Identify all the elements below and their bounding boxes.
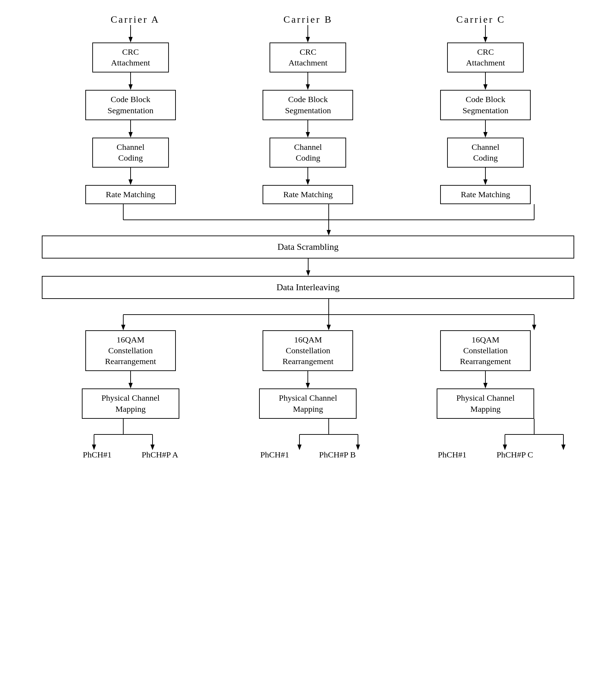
svg-marker-41 [128,383,133,388]
svg-marker-5 [483,37,488,43]
bottom-label-a-group: PhCH#1 PhCH#P A [68,450,193,460]
arrow-a-initial [127,25,134,43]
datainterleaving-box: Data Interleaving [42,276,574,299]
svg-marker-19 [128,179,133,185]
initial-arrows [21,25,595,43]
physicalchannel-b-box: Physical ChannelMapping [259,388,357,418]
arrows-after-codeblock [21,120,595,138]
svg-marker-11 [483,84,488,90]
codeblock-c-box: Code BlockSegmentation [440,90,531,120]
crc-a-box: CRCAttachment [92,43,169,72]
arrow-c-initial [482,25,489,43]
carrier-a-label: Carrier A [65,14,205,25]
qam-b-box: 16QAMConstellationRearrangement [263,330,353,371]
channelcoding-row: ChannelCoding ChannelCoding ChannelCodin… [21,138,595,168]
arrow-a-1 [127,72,134,90]
crc-b-box: CRCAttachment [270,43,346,72]
carrier-labels-row: Carrier A Carrier B Carrier C [21,14,595,25]
arrow-b-2 [304,120,311,138]
merge-arrow-section [21,204,595,236]
split-arrow-section [21,299,595,330]
svg-marker-1 [128,37,133,43]
bottom-labels-row: PhCH#1 PhCH#P A PhCH#1 PhCH#P B PhCH#1 P… [21,450,595,460]
svg-marker-9 [306,84,310,90]
phch-b-right: PhCH#P B [319,450,356,460]
svg-marker-43 [306,383,310,388]
physicalchannel-a-box: Physical ChannelMapping [82,388,179,418]
svg-marker-23 [483,179,488,185]
svg-marker-37 [327,325,331,330]
svg-marker-35 [121,325,125,330]
arrow-b-3 [304,168,311,185]
bottom-label-c-group: PhCH#1 PhCH#P C [423,450,548,460]
bottom-label-b-group: PhCH#1 PhCH#P B [245,450,371,460]
arrow-c-4 [482,371,489,388]
datascrambling-box: Data Scrambling [42,236,574,259]
arrow-a-4 [127,371,134,388]
phch-b-left: PhCH#1 [260,450,289,460]
arrows-after-qam [21,371,595,388]
physicalchannel-row: Physical ChannelMapping Physical Channel… [21,388,595,418]
phch-c-left: PhCH#1 [438,450,467,460]
svg-marker-55 [297,445,302,450]
qam-c-box: 16QAMConstellationRearrangement [440,330,531,371]
svg-marker-61 [503,445,507,450]
channelcoding-b-box: ChannelCoding [270,138,346,168]
svg-marker-49 [92,445,96,450]
crc-c-box: CRCAttachment [447,43,524,72]
split-arrows-svg [21,299,616,330]
datascrambling-row: Data Scrambling [21,236,595,259]
phch-split-section [21,419,595,450]
arrow-after-scrambling [21,259,595,276]
svg-marker-17 [483,132,488,138]
phch-split-svg [21,419,616,450]
svg-marker-39 [532,325,536,330]
svg-marker-7 [128,84,133,90]
diagram: Carrier A Carrier B Carrier C CRCAttachm… [0,0,616,694]
arrow-a-3 [127,168,134,185]
ratematching-a-box: Rate Matching [85,185,176,204]
crc-row: CRCAttachment CRCAttachment CRCAttachmen… [21,43,595,72]
carrier-b-label: Carrier B [238,14,377,25]
svg-marker-3 [306,37,310,43]
arrow-b-initial [304,25,311,43]
codeblock-row: Code BlockSegmentation Code BlockSegment… [21,90,595,120]
qam-row: 16QAMConstellationRearrangement 16QAMCon… [21,330,595,371]
svg-marker-29 [327,230,331,236]
datainterleaving-row: Data Interleaving [21,276,595,299]
phch-a-left: PhCH#1 [83,450,112,460]
arrow-c-2 [482,120,489,138]
svg-marker-45 [483,383,488,388]
arrow-b-1 [304,72,311,90]
svg-marker-57 [356,445,360,450]
physicalchannel-c-box: Physical ChannelMapping [437,388,534,418]
channelcoding-c-box: ChannelCoding [447,138,524,168]
ratematching-row: Rate Matching Rate Matching Rate Matchin… [21,185,595,204]
codeblock-b-box: Code BlockSegmentation [263,90,353,120]
svg-marker-21 [306,179,310,185]
merge-arrows-svg [21,204,616,236]
codeblock-a-box: Code BlockSegmentation [85,90,176,120]
ratematching-b-box: Rate Matching [263,185,353,204]
svg-marker-63 [561,445,566,450]
carrier-c-label: Carrier C [411,14,551,25]
arrow-c-3 [482,168,489,185]
channelcoding-a-box: ChannelCoding [92,138,169,168]
arrows-after-channelcoding [21,168,595,185]
phch-c-right: PhCH#P C [497,450,533,460]
arrow-b-4 [304,371,311,388]
phch-a-right: PhCH#P A [142,450,178,460]
arrows-after-crc [21,72,595,90]
svg-marker-13 [128,132,133,138]
ratematching-c-box: Rate Matching [440,185,531,204]
svg-marker-31 [306,270,310,276]
arrow-c-1 [482,72,489,90]
qam-a-box: 16QAMConstellationRearrangement [85,330,176,371]
svg-marker-51 [150,445,155,450]
arrow-a-2 [127,120,134,138]
svg-marker-15 [306,132,310,138]
